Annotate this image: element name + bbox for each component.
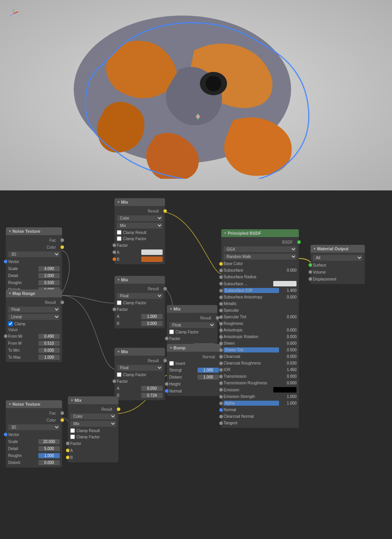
bump-strength-field[interactable]: 1.000 (198, 368, 219, 373)
principled-subsurface-method-row[interactable]: Random Walk (221, 253, 299, 260)
noise1-vector-socket[interactable] (4, 260, 7, 263)
noise1-scale-field[interactable]: 4.090 (38, 266, 60, 271)
principled-sheen-socket[interactable] (219, 342, 223, 345)
noise2-scale-row[interactable]: Scale 20.000 (6, 438, 62, 445)
mix2-b-row[interactable]: B 0.000 (114, 320, 165, 327)
mix3-float-dropdown[interactable]: Float (114, 364, 165, 372)
mix2-float-dropdown[interactable]: Float (114, 292, 165, 300)
maprange-clamp-checkbox[interactable] (8, 321, 13, 326)
matoutput-all-row[interactable]: All (310, 254, 365, 262)
principled-transmission-socket[interactable] (219, 375, 223, 378)
mix4-color-select[interactable]: Color (70, 413, 116, 419)
noise2-3d-row[interactable]: 3D (6, 424, 62, 431)
principled-ior-row[interactable]: IOR 1.450 (221, 366, 299, 373)
noise2-scale-field[interactable]: 20.000 (38, 439, 60, 444)
mix3-factor-socket[interactable] (113, 380, 116, 383)
mix2-a-field[interactable]: 1.000 (141, 314, 163, 319)
mix1-result-socket[interactable] (163, 209, 167, 213)
principled-clearcoat-socket[interactable] (219, 355, 223, 358)
mix4-result-socket[interactable] (117, 408, 120, 411)
mix5-clamp-factor-cb[interactable] (169, 330, 174, 334)
principled-aniso-rot-socket[interactable] (219, 335, 223, 338)
mix1-b-row[interactable]: B (114, 256, 165, 263)
matoutput-disp-socket[interactable] (309, 277, 312, 281)
node-matoutput-header[interactable]: ▾ Material Output (310, 245, 365, 253)
mix1-factor-socket[interactable] (113, 244, 116, 247)
mix2-result-socket[interactable] (163, 287, 167, 291)
principled-bsdf-socket[interactable] (297, 241, 301, 244)
noise2-detail-row[interactable]: Detail 5.000 (6, 445, 62, 452)
noise1-detail-row[interactable]: Detail 2.000 (6, 272, 62, 279)
maprange-fromm-field[interactable]: 0.510 (38, 341, 60, 346)
principled-subsurface-radius-socket[interactable] (219, 275, 223, 279)
maprange-fromm-row[interactable]: From M 0.510 (6, 340, 62, 347)
mix5-result-socket[interactable] (216, 316, 219, 320)
principled-anisotropic-row[interactable]: Anisotropic 0.000 (221, 327, 299, 333)
node-noise1-header[interactable]: ▾ Noise Texture (6, 227, 62, 235)
noise1-dimension-select[interactable]: 3D4D (8, 251, 60, 257)
maprange-tomin-field[interactable]: 0.000 (38, 348, 60, 353)
principled-transmission-row[interactable]: Transmission 0.000 (221, 373, 299, 380)
noise2-rough-row[interactable]: Roughn 1.000 (6, 452, 62, 459)
principled-ggx-row[interactable]: GGX (221, 246, 299, 253)
principled-aniso-rot-row[interactable]: Anisotropic Rotation 0.000 (221, 333, 299, 340)
principled-subsurface-socket[interactable] (219, 269, 223, 272)
principled-cc-rough-socket[interactable] (219, 361, 223, 365)
mix1-color-select[interactable]: Color (117, 215, 163, 221)
mix2-factor-socket[interactable] (113, 308, 116, 311)
principled-sheen-tint-row[interactable]: Sheen Tint 0.500 (221, 347, 299, 353)
principled-sheen-row[interactable]: Sheen 0.000 (221, 340, 299, 347)
principled-cc-normal-socket[interactable] (219, 415, 223, 418)
mix4-clamp-factor-cb[interactable] (70, 434, 75, 439)
principled-subsurface-col-socket[interactable] (219, 282, 223, 286)
principled-emission-str-socket[interactable] (219, 395, 223, 398)
principled-ior2-socket[interactable] (219, 368, 223, 372)
mix4-b-socket[interactable] (66, 456, 69, 459)
mix5-float-dropdown[interactable]: Float (167, 321, 217, 329)
mix4-factor-socket[interactable] (66, 442, 69, 445)
principled-sheen-tint-socket[interactable] (219, 348, 223, 352)
mix3-b-row[interactable]: B 0.724 (114, 392, 165, 399)
bump-distance-field[interactable]: 1.000 (198, 375, 219, 380)
node-mix4-header[interactable]: ▾ Mix (68, 396, 118, 404)
mix3-clamp-factor-cb[interactable] (117, 372, 121, 377)
mix2-float-select[interactable]: Float (117, 293, 163, 299)
noise1-3d-row[interactable]: 3D4D (6, 251, 62, 258)
mix1-clamp-result-cb[interactable] (117, 230, 121, 235)
mix1-clamp-result[interactable]: Clamp Result (114, 229, 165, 235)
bump-strength-row[interactable]: Strengt 1.000 (167, 366, 221, 373)
matoutput-surface-socket[interactable] (309, 263, 312, 267)
maprange-result-socket[interactable] (61, 301, 64, 304)
mix3-b-field[interactable]: 0.724 (141, 393, 163, 398)
maprange-tomin-row[interactable]: To Min 0.000 (6, 347, 62, 354)
principled-emission-row[interactable]: Emission (221, 386, 299, 393)
maprange-frommi-field[interactable]: 0.490 (38, 334, 60, 339)
mix1-clamp-factor-cb[interactable] (117, 236, 121, 241)
noise1-fac-socket[interactable] (61, 239, 64, 242)
principled-basecolor-socket[interactable] (219, 262, 223, 265)
mix1-mix-dropdown[interactable]: Mix (114, 222, 165, 229)
bump-invert-cb[interactable] (169, 361, 174, 366)
node-noise2-header[interactable]: ▾ Noise Texture (6, 400, 62, 408)
principled-tangent-socket[interactable] (219, 421, 223, 425)
principled-subsurface-row[interactable]: Subsurface 0.000 (221, 267, 299, 274)
noise1-rough-field[interactable]: 0.500 (38, 280, 60, 285)
noise2-color-socket[interactable] (61, 419, 64, 422)
principled-normal-socket[interactable] (219, 408, 223, 412)
mix1-a-socket[interactable] (113, 251, 116, 254)
mix5-clamp-factor[interactable]: Clamp Factor (167, 329, 217, 335)
principled-emission-socket[interactable] (219, 388, 223, 392)
mix4-clamp-result-cb[interactable] (70, 428, 75, 433)
viewport-3d[interactable] (0, 0, 392, 190)
noise2-detail-field[interactable]: 5.000 (38, 446, 60, 451)
node-principled-header[interactable]: ▾ Principled BSDF (221, 229, 299, 237)
principled-specular-socket[interactable] (219, 309, 223, 312)
principled-subsurf-aniso-socket[interactable] (219, 295, 223, 299)
principled-metallic-socket[interactable] (219, 302, 223, 305)
mix4-clamp-factor[interactable]: Clamp Factor (68, 434, 118, 440)
maprange-linear-row[interactable]: Linear (6, 313, 62, 321)
principled-transmission-rough-row[interactable]: Transmission Roughness 0.000 (221, 380, 299, 386)
principled-subsurface-color-swatch[interactable] (273, 281, 297, 286)
principled-subsurface-color-row[interactable]: Subsurface ... (221, 280, 299, 287)
node-maprange-header[interactable]: ▾ Map Range (6, 290, 62, 297)
